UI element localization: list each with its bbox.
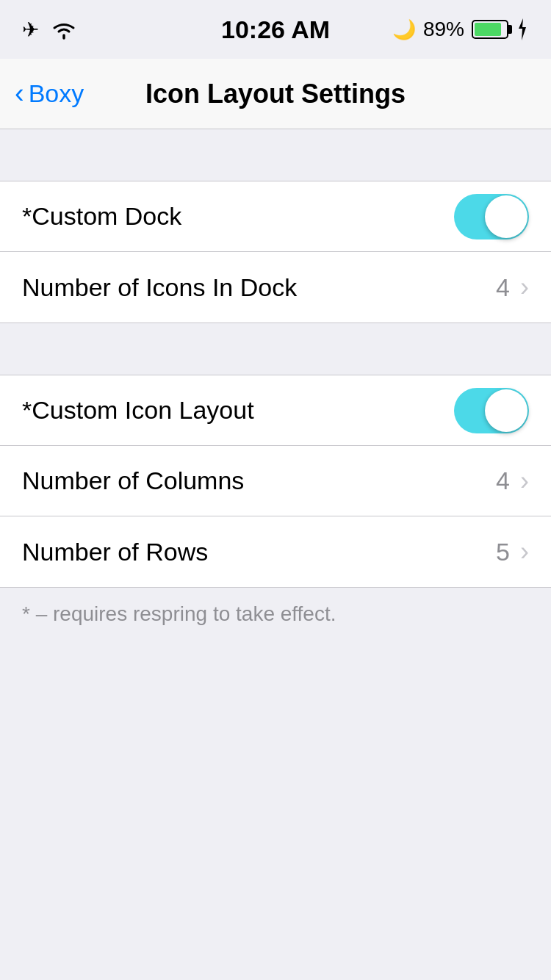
num-rows-row[interactable]: Number of Rows 5 › (0, 516, 551, 587)
footer-note: * – requires respring to take effect. (0, 588, 551, 641)
num-columns-row[interactable]: Number of Columns 4 › (0, 446, 551, 516)
dock-section: *Custom Dock Number of Icons In Dock 4 › (0, 181, 551, 323)
toggle-knob (485, 195, 527, 238)
num-rows-chevron-icon: › (520, 536, 529, 567)
back-label: Boxy (29, 79, 84, 108)
status-bar: ✈ 10:26 AM 🌙 89% (0, 0, 551, 59)
wifi-icon (51, 19, 77, 40)
navigation-bar: ‹ Boxy Icon Layout Settings (0, 59, 551, 129)
battery-percentage: 89% (423, 18, 464, 41)
battery-icon (472, 20, 508, 39)
num-columns-value: 4 (496, 466, 510, 495)
back-chevron-icon: ‹ (15, 79, 24, 107)
moon-icon: 🌙 (392, 18, 416, 41)
custom-dock-row: *Custom Dock (0, 181, 551, 252)
custom-icon-layout-label: *Custom Icon Layout (22, 396, 254, 425)
icons-in-dock-label: Number of Icons In Dock (22, 273, 297, 302)
custom-icon-layout-row: *Custom Icon Layout (0, 375, 551, 446)
num-columns-value-group: 4 › (496, 466, 529, 497)
custom-icon-layout-toggle[interactable] (454, 388, 529, 433)
section-gap-top (0, 129, 551, 181)
toggle-knob-2 (485, 389, 527, 432)
num-rows-label: Number of Rows (22, 538, 208, 566)
num-columns-label: Number of Columns (22, 466, 244, 495)
num-columns-chevron-icon: › (520, 466, 529, 497)
icons-in-dock-value: 4 (496, 273, 510, 302)
charging-icon (516, 18, 529, 40)
status-right-icons: 🌙 89% (392, 18, 529, 41)
custom-dock-toggle[interactable] (454, 194, 529, 239)
status-left-icons: ✈ (22, 18, 77, 42)
airplane-icon: ✈ (22, 18, 39, 42)
layout-section: *Custom Icon Layout Number of Columns 4 … (0, 375, 551, 588)
custom-dock-label: *Custom Dock (22, 202, 181, 231)
icons-in-dock-chevron-icon: › (520, 272, 529, 303)
num-rows-value-group: 5 › (496, 536, 529, 567)
page-title: Icon Layout Settings (145, 79, 406, 109)
icons-in-dock-row[interactable]: Number of Icons In Dock 4 › (0, 252, 551, 323)
icons-in-dock-value-group: 4 › (496, 272, 529, 303)
status-time: 10:26 AM (221, 15, 330, 44)
num-rows-value: 5 (496, 538, 510, 566)
section-gap-middle (0, 323, 551, 375)
svg-marker-0 (519, 18, 526, 40)
back-button[interactable]: ‹ Boxy (15, 79, 84, 108)
